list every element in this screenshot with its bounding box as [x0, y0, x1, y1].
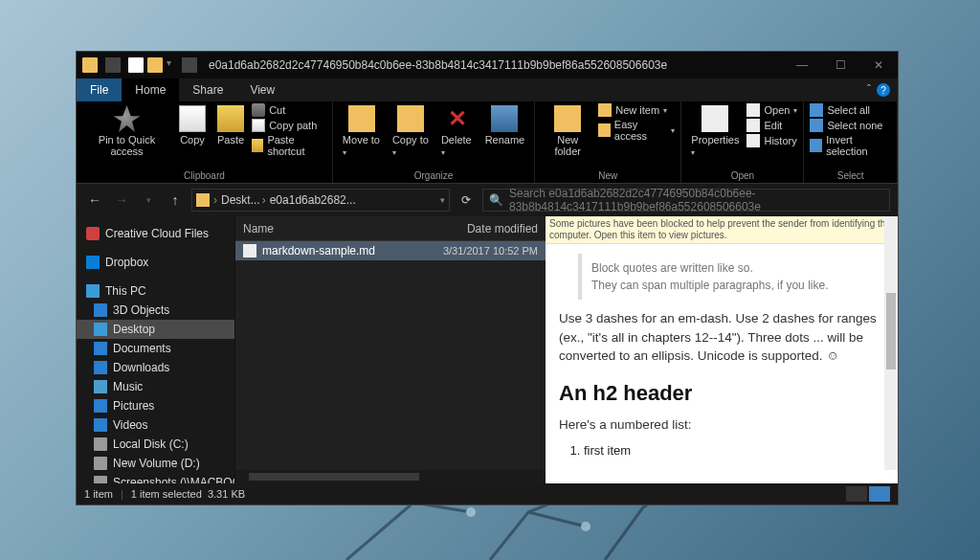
pin-quick-access-button[interactable]: Pin to Quick access [82, 103, 171, 159]
preview-blockquote: Block quotes are written like so. They c… [578, 254, 884, 300]
nav-sidebar: Creative Cloud Files Dropbox This PC 3D … [77, 216, 234, 483]
sidebar-item-music[interactable]: Music [77, 377, 234, 396]
edit-button[interactable]: Edit [746, 119, 797, 132]
paste-shortcut-button[interactable]: Paste shortcut [252, 134, 326, 157]
nav-forward-button[interactable]: → [111, 190, 132, 211]
documents-icon [94, 342, 107, 355]
sidebar-item-screenshots-network[interactable]: Screenshots (\\MACBOOKA [77, 473, 234, 483]
pictures-icon [94, 399, 107, 413]
sidebar-item-this-pc[interactable]: This PC [77, 281, 234, 301]
preview-paragraph: Use 3 dashes for an em-dash. Use 2 dashe… [559, 309, 884, 366]
open-button[interactable]: Open ▾ [746, 103, 797, 117]
file-icon [243, 244, 256, 258]
sidebar-item-documents[interactable]: Documents [77, 339, 234, 358]
tab-home[interactable]: Home [122, 78, 179, 101]
preview-security-banner[interactable]: Some pictures have been blocked to help … [546, 216, 898, 244]
preview-h2: An h2 header [559, 381, 884, 406]
move-to-button[interactable]: Move to ▾ [339, 103, 385, 159]
nav-back-button[interactable]: ← [84, 190, 105, 211]
nav-recent-dropdown[interactable]: ▾ [138, 190, 159, 211]
sidebar-item-local-disk-c[interactable]: Local Disk (C:) [77, 435, 234, 454]
address-bar[interactable]: › Deskt... › e0a1d6ab2682... ▾ [191, 189, 450, 212]
ribbon: Pin to Quick access Copy Paste Cut Copy … [77, 101, 898, 184]
new-item-button[interactable]: New item ▾ [598, 103, 675, 117]
history-button[interactable]: History [746, 134, 797, 147]
status-selected-count: 1 item selected [131, 488, 202, 500]
paste-button[interactable]: Paste [213, 103, 248, 147]
tab-file[interactable]: File [77, 78, 122, 101]
rename-icon [491, 105, 518, 132]
copy-path-button[interactable]: Copy path [252, 119, 326, 132]
view-large-icons-button[interactable] [869, 486, 890, 502]
history-icon [746, 134, 760, 147]
nav-up-button[interactable]: ↑ [165, 190, 186, 211]
videos-icon [94, 418, 107, 432]
invert-icon [810, 139, 822, 152]
copy-path-icon [252, 119, 265, 132]
minimize-button[interactable]: — [783, 52, 821, 78]
preview-ordered-list: first item [584, 441, 884, 459]
new-folder-button[interactable]: New folder [541, 103, 594, 159]
sidebar-item-cc[interactable]: Creative Cloud Files [77, 224, 234, 243]
preview-v-scrollbar[interactable] [884, 216, 898, 470]
tab-view[interactable]: View [236, 78, 288, 101]
file-pane-h-scrollbar[interactable] [235, 470, 546, 483]
creative-cloud-icon [86, 227, 100, 240]
refresh-button[interactable]: ⟳ [456, 193, 477, 207]
copy-to-button[interactable]: Copy to ▾ [389, 103, 434, 159]
ribbon-tabs: File Home Share View ˆ ? [77, 78, 898, 101]
window-title: e0a1d6ab2682d2c47746950b84c0b6ee-83b8b48… [209, 58, 783, 72]
qat-folder-icon[interactable] [147, 57, 163, 73]
pc-icon [86, 284, 100, 298]
sidebar-item-pictures[interactable]: Pictures [77, 396, 234, 415]
view-details-button[interactable] [846, 486, 867, 502]
desktop-icon [94, 323, 107, 336]
search-box[interactable]: 🔍 Search e0a1d6ab2682d2c47746950b84c0b6e… [482, 189, 890, 212]
address-dropdown-icon[interactable]: ▾ [440, 195, 445, 205]
preview-pane: Some pictures have been blocked to help … [546, 216, 898, 483]
file-explorer-window: ▾ e0a1d6ab2682d2c47746950b84c0b6ee-83b8b… [76, 51, 899, 505]
file-name: markdown-sample.md [262, 244, 437, 258]
titlebar[interactable]: ▾ e0a1d6ab2682d2c47746950b84c0b6ee-83b8b… [77, 52, 898, 78]
file-row-markdown-sample[interactable]: markdown-sample.md 3/31/2017 10:52 PM [235, 241, 546, 260]
ribbon-collapse-icon[interactable]: ˆ [867, 83, 871, 97]
copy-to-icon [397, 105, 424, 132]
address-folder-icon [196, 193, 210, 207]
paste-icon [217, 105, 244, 132]
close-button[interactable]: ✕ [859, 52, 898, 78]
search-icon: 🔍 [489, 193, 503, 207]
easy-access-button[interactable]: Easy access ▾ [598, 119, 675, 142]
ribbon-group-new-label: New [541, 169, 675, 183]
tab-share[interactable]: Share [179, 78, 236, 101]
select-all-button[interactable]: Select all [810, 103, 891, 117]
cut-button[interactable]: Cut [252, 103, 326, 117]
select-all-icon [810, 103, 823, 117]
sidebar-item-new-volume-d[interactable]: New Volume (D:) [77, 454, 234, 473]
folder-icon [82, 57, 98, 73]
open-icon [746, 103, 760, 117]
properties-button[interactable]: Properties ▾ [687, 103, 743, 159]
drive-icon [94, 457, 107, 470]
statusbar: 1 item | 1 item selected 3.31 KB [77, 483, 898, 504]
rename-button[interactable]: Rename [481, 103, 529, 147]
qat-icon[interactable] [128, 57, 144, 73]
select-none-button[interactable]: Select none [810, 119, 891, 132]
chevron-down-icon: ▾ [392, 148, 396, 157]
status-selected-size: 3.31 KB [208, 488, 245, 500]
maximize-button[interactable]: ☐ [821, 52, 859, 78]
copy-button[interactable]: Copy [175, 103, 210, 147]
sidebar-item-dropbox[interactable]: Dropbox [77, 253, 234, 272]
sidebar-item-downloads[interactable]: Downloads [77, 358, 234, 377]
invert-selection-button[interactable]: Invert selection [810, 134, 891, 157]
sidebar-item-3d-objects[interactable]: 3D Objects [77, 301, 234, 320]
delete-button[interactable]: ✕ Delete ▾ [437, 103, 478, 159]
sidebar-item-desktop[interactable]: Desktop [77, 320, 234, 339]
col-name: Name [243, 222, 467, 235]
column-headers[interactable]: Name Date modified [235, 216, 546, 241]
ribbon-group-select-label: Select [810, 169, 891, 183]
new-item-icon [598, 103, 612, 117]
qat-dropdown-icon[interactable]: ▾ [167, 57, 174, 73]
new-folder-icon [554, 105, 581, 132]
help-icon[interactable]: ? [877, 83, 890, 97]
sidebar-item-videos[interactable]: Videos [77, 415, 234, 435]
